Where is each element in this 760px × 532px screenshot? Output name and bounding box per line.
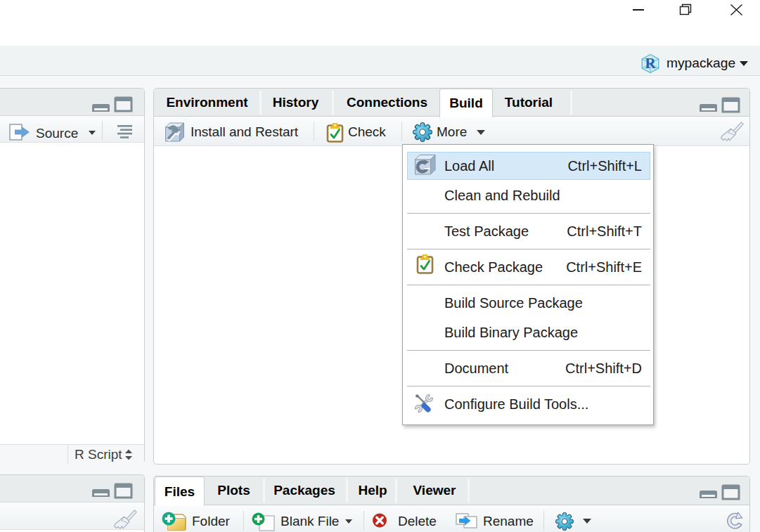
svg-text:R: R [645,55,656,72]
